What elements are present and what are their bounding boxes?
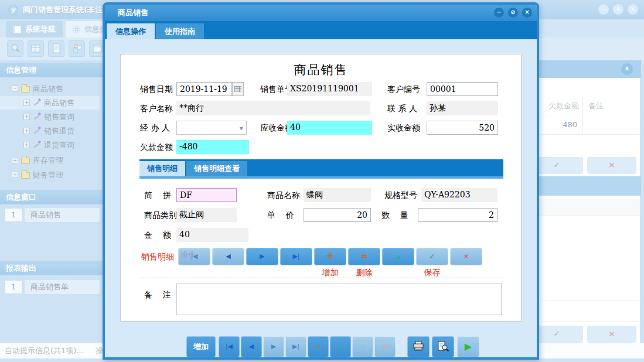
toolbar-cancel-button[interactable]: × <box>374 336 396 357</box>
operator-select[interactable]: ▼ <box>176 121 247 135</box>
toolbar-first-button[interactable]: |◀ <box>219 336 240 357</box>
detail-prev-button[interactable]: ◀ <box>212 248 244 265</box>
unit-price-input[interactable]: 20 <box>304 208 371 222</box>
cancel-button[interactable]: × <box>587 157 636 174</box>
magnifier-icon <box>10 43 21 54</box>
toolbar-delete-button[interactable]: = <box>308 336 329 357</box>
toolbar-collapse-button[interactable]: ▲ <box>330 336 351 357</box>
tree-expand-icon[interactable]: + <box>12 157 18 163</box>
tab-system-nav[interactable]: 系统导航 <box>6 21 63 37</box>
tree-node-inventory-folder[interactable]: + 库存管理 <box>0 153 100 167</box>
tree-expand-icon[interactable]: + <box>12 172 18 178</box>
product-sales-dialog: 商品销售 − ⊘ × 信息操作 使用指南 商品销售 销售日期 2019-11-1… <box>103 2 539 360</box>
tab-user-guide[interactable]: 使用指南 <box>156 23 204 39</box>
report-output-row[interactable]: 1 商品销售单 <box>0 279 103 295</box>
table-button[interactable] <box>28 40 44 57</box>
toolbar-next-button[interactable]: ▶ <box>263 336 284 357</box>
receivable-field[interactable]: 40 <box>287 121 372 135</box>
section-header-report-output: 报表输出 <box>0 261 103 275</box>
tree-item-sales-query[interactable]: + 销售查询 <box>0 110 100 124</box>
document-button[interactable] <box>48 40 64 57</box>
toolbar-add-button[interactable]: 增加 <box>186 336 216 357</box>
chevron-down-icon: ▼ <box>240 126 243 131</box>
customer-name-field: **商行 <box>176 101 370 115</box>
app-logo-icon: y <box>8 5 18 15</box>
tab-info-operation[interactable]: 信息操作 <box>107 23 155 39</box>
sale-date-input[interactable]: 2019-11-19 <box>176 82 232 96</box>
spec-label: 规格型号 <box>384 188 417 202</box>
detail-save-button[interactable]: ✓ <box>416 248 448 265</box>
tab-sales-detail[interactable]: 销售明细 <box>139 161 185 176</box>
window-frame-icon <box>92 44 103 53</box>
quantity-input[interactable]: 2 <box>418 208 498 222</box>
operator-label: 经 办 人 <box>140 121 170 135</box>
tree-item-return-query[interactable]: + 退货查询 <box>0 138 100 152</box>
customer-no-label: 客户编号 <box>387 82 420 96</box>
amount-label: 金 额 <box>144 228 171 242</box>
tree-expand-icon[interactable]: + <box>23 142 30 148</box>
column-header-arrears: 欠款金额 <box>540 101 579 111</box>
detail-add-button[interactable]: + <box>314 248 346 265</box>
main-maximize-button[interactable]: + <box>613 4 623 15</box>
search-button[interactable] <box>7 40 23 57</box>
status-message: 自动提示信息(共1项)... <box>5 343 84 358</box>
toolbar-save-button[interactable]: ✓ <box>352 336 373 357</box>
chevron-up-icon[interactable]: ∧ <box>621 63 633 75</box>
tree-node-sales-folder[interactable]: - 商品销售 <box>0 82 100 95</box>
dialog-title: 商品销售 <box>118 8 148 18</box>
run-button[interactable]: ▶ <box>457 336 479 357</box>
remark-label: 备 注 <box>144 288 171 302</box>
dialog-minimize-button[interactable]: − <box>494 8 504 18</box>
cancel-button-2[interactable]: × <box>587 326 636 343</box>
dialog-body: 商品销售 销售日期 2019-11-19 销售单号 XS20191119001 … <box>105 39 537 357</box>
main-minimize-button[interactable]: − <box>598 4 609 15</box>
toolbar-prev-button[interactable]: ◀ <box>241 336 262 357</box>
folder-icon <box>21 158 30 164</box>
tree-expand-icon[interactable]: + <box>23 114 30 120</box>
folder-icon <box>21 86 30 93</box>
tree-expand-icon[interactable]: + <box>23 128 30 134</box>
tree-expand-icon[interactable]: + <box>23 100 30 106</box>
arrears-label: 欠款金额 <box>140 140 173 154</box>
print-button[interactable] <box>407 336 430 357</box>
user-button[interactable] <box>69 40 85 57</box>
wand-icon <box>33 99 41 107</box>
calendar-button[interactable] <box>232 82 244 96</box>
table-icon <box>30 44 41 53</box>
tree-collapse-icon[interactable]: - <box>12 86 18 92</box>
pinyin-label: 简 拼 <box>144 188 171 202</box>
section-header-info-window: 信息窗口 <box>0 190 103 204</box>
dialog-close-button[interactable]: × <box>522 8 532 18</box>
detail-cancel-button[interactable]: × <box>450 248 482 265</box>
dialog-restore-button[interactable]: ⊘ <box>508 8 518 18</box>
remark-textarea[interactable] <box>176 283 502 315</box>
user-computer-icon <box>71 43 82 54</box>
detail-last-button[interactable]: ▶| <box>280 248 312 265</box>
row-index: 1 <box>5 280 22 294</box>
contact-field: 孙某 <box>427 101 498 115</box>
spec-field: QY-A92203 <box>421 188 498 202</box>
row-index: 1 <box>5 208 22 222</box>
detail-next-button[interactable]: ▶ <box>246 248 278 265</box>
dialog-titlebar[interactable]: 商品销售 − ⊘ × <box>105 5 537 21</box>
toolbar-last-button[interactable]: ▶| <box>285 336 306 357</box>
tree-item-sales-return[interactable]: + 销售退货 <box>0 124 100 138</box>
main-close-button[interactable]: × <box>628 4 638 15</box>
tree-item-product-sales[interactable]: + 商品销售 <box>0 96 100 110</box>
print-preview-button[interactable] <box>432 336 454 357</box>
detail-caption: 销售明细 <box>141 250 174 264</box>
arrears-field[interactable]: -480 <box>176 140 249 154</box>
detail-delete-button[interactable]: = <box>348 248 380 265</box>
detail-collapse-button[interactable]: ▲ <box>382 248 414 265</box>
received-input[interactable]: 520 <box>427 121 498 135</box>
customer-no-input[interactable]: 00001 <box>427 82 498 96</box>
info-window-row[interactable]: 1 商品销售 <box>0 207 103 223</box>
document-icon <box>52 43 61 54</box>
sales-form-panel: 商品销售 销售日期 2019-11-19 销售单号 XS20191119001 … <box>120 54 522 322</box>
quantity-label: 数 量 <box>381 208 408 222</box>
sale-no-field: XS20191119001 <box>287 82 372 96</box>
folder-icon <box>21 172 30 179</box>
tree-node-finance-folder[interactable]: + 财务管理 <box>0 168 100 182</box>
tab-sales-detail-view[interactable]: 销售明细查看 <box>186 161 247 176</box>
pinyin-input[interactable]: DF <box>176 188 237 202</box>
